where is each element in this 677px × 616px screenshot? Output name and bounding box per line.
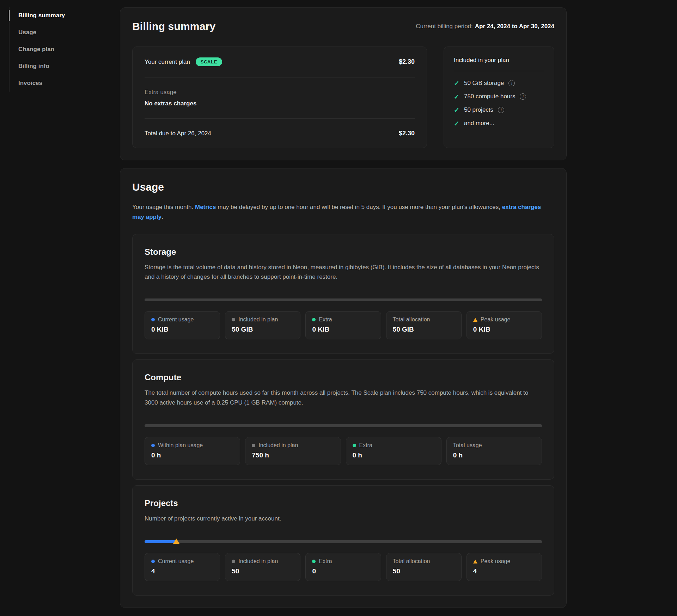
compute-section: Compute The total number of compute hour… xyxy=(132,359,554,479)
billing-summary-header: Billing summary Current billing period:A… xyxy=(132,20,554,32)
billing-sidebar: Billing summary Usage Change plan Billin… xyxy=(9,7,97,92)
check-icon: ✓ xyxy=(454,107,459,113)
peak-marker-icon xyxy=(173,538,179,544)
total-due-row: Total due to Apr 26, 2024 $2.30 xyxy=(145,130,415,137)
storage-heading: Storage xyxy=(145,247,542,257)
stat-value: 0 xyxy=(312,567,374,575)
metrics-link[interactable]: Metrics xyxy=(195,204,216,210)
stat-label: Included in plan xyxy=(238,558,278,565)
stat-label: Extra xyxy=(319,558,332,565)
included-in-plan-panel: Included in your plan ✓ 50 GiB storage ✓… xyxy=(444,47,554,148)
stat-label: Included in plan xyxy=(258,442,298,449)
stat-card-included-in-plan: Included in plan 750 h xyxy=(245,437,341,465)
billing-page: Billing summary Usage Change plan Billin… xyxy=(0,0,677,616)
usage-intro-text: Your usage this month. xyxy=(132,204,195,210)
stat-label: Extra xyxy=(319,316,332,323)
extra-usage-value: No extras charges xyxy=(145,100,415,107)
usage-intro: Your usage this month. Metrics may be de… xyxy=(132,202,554,222)
usage-intro-text: . xyxy=(161,214,163,220)
extra-usage-block: Extra usage No extras charges xyxy=(145,89,415,107)
stat-card-included-in-plan: Included in plan 50 xyxy=(225,553,300,581)
stat-card-total-allocation: Total allocation 50 xyxy=(386,553,462,581)
stat-label: Current usage xyxy=(158,558,194,565)
stat-value: 4 xyxy=(473,567,535,575)
check-icon: ✓ xyxy=(454,93,459,100)
blue-dot-icon xyxy=(151,560,155,563)
included-item-label: 50 projects xyxy=(464,106,493,113)
compute-description: The total number of compute hours used s… xyxy=(145,388,542,407)
storage-section: Storage Storage is the total volume of d… xyxy=(132,234,554,354)
projects-progress-bar xyxy=(145,540,542,543)
info-icon[interactable] xyxy=(498,107,504,113)
stat-card-extra: Extra 0 xyxy=(305,553,381,581)
stat-value: 750 h xyxy=(252,451,334,459)
total-due-value: $2.30 xyxy=(399,130,415,137)
stat-card-extra: Extra 0 KiB xyxy=(305,311,381,339)
included-item-label: 750 compute hours xyxy=(464,93,516,100)
info-icon[interactable] xyxy=(508,80,515,86)
billing-summary-title: Billing summary xyxy=(132,20,215,32)
projects-progress-fill xyxy=(145,540,176,543)
plan-divider-2 xyxy=(145,118,415,119)
stat-card-current-usage: Current usage 0 KiB xyxy=(145,311,220,339)
sidebar-item-usage[interactable]: Usage xyxy=(10,24,97,41)
billing-summary-body: Your current plan SCALE $2.30 Extra usag… xyxy=(132,47,554,148)
stat-label: Extra xyxy=(359,442,372,449)
stat-card-total-allocation: Total allocation 50 GiB xyxy=(386,311,462,339)
stat-value: 0 KiB xyxy=(312,326,374,333)
stat-label: Total allocation xyxy=(393,316,430,323)
stat-card-within-plan-usage: Within plan usage 0 h xyxy=(145,437,240,465)
info-icon[interactable] xyxy=(520,93,526,100)
check-icon: ✓ xyxy=(454,120,459,127)
usage-card: Usage Your usage this month. Metrics may… xyxy=(120,168,567,608)
stat-value: 4 xyxy=(151,567,213,575)
stat-value: 50 xyxy=(232,567,294,575)
projects-section: Projects Number of projects currently ac… xyxy=(132,485,554,596)
total-due-label: Total due to Apr 26, 2024 xyxy=(145,130,211,137)
green-dot-icon xyxy=(312,560,316,563)
stat-value: 50 GiB xyxy=(393,326,455,333)
stat-value: 50 xyxy=(393,567,455,575)
stat-label: Peak usage xyxy=(481,558,511,565)
included-item-compute: ✓ 750 compute hours xyxy=(454,92,544,101)
stat-card-peak-usage: Peak usage 0 KiB xyxy=(466,311,542,339)
included-item-label: 50 GiB storage xyxy=(464,80,504,87)
included-item-more: ✓ and more... xyxy=(454,119,544,128)
sidebar-item-invoices[interactable]: Invoices xyxy=(10,75,97,92)
stat-card-current-usage: Current usage 4 xyxy=(145,553,220,581)
extra-usage-label: Extra usage xyxy=(145,89,415,96)
included-divider xyxy=(454,71,544,71)
included-item-label: and more... xyxy=(464,120,494,127)
plan-divider-1 xyxy=(145,78,415,78)
blue-dot-icon xyxy=(151,318,155,321)
current-plan-panel: Your current plan SCALE $2.30 Extra usag… xyxy=(132,47,427,148)
current-plan-row: Your current plan SCALE $2.30 xyxy=(145,57,415,66)
sidebar-nav-list: Billing summary Usage Change plan Billin… xyxy=(9,7,97,92)
green-dot-icon xyxy=(312,318,316,321)
billing-summary-card: Billing summary Current billing period:A… xyxy=(120,7,567,160)
billing-period: Current billing period:Apr 24, 2024 to A… xyxy=(416,23,554,30)
sidebar-item-billing-info[interactable]: Billing info xyxy=(10,58,97,75)
stat-label: Total usage xyxy=(453,442,482,449)
storage-description: Storage is the total volume of data and … xyxy=(145,263,542,282)
compute-progress-bar xyxy=(145,424,542,427)
stat-value: 0 KiB xyxy=(473,326,535,333)
projects-stats-row: Current usage 4 Included in plan 50 Extr… xyxy=(145,553,542,581)
projects-description: Number of projects currently active in y… xyxy=(145,514,542,523)
blue-dot-icon xyxy=(151,444,155,447)
stat-value: 50 GiB xyxy=(232,326,294,333)
stat-card-extra: Extra 0 h xyxy=(346,437,441,465)
stat-card-included-in-plan: Included in plan 50 GiB xyxy=(225,311,300,339)
gray-dot-icon xyxy=(252,444,255,447)
current-plan-label: Your current plan xyxy=(145,58,190,66)
stat-value: 0 KiB xyxy=(151,326,213,333)
sidebar-item-billing-summary[interactable]: Billing summary xyxy=(10,7,97,24)
usage-title: Usage xyxy=(132,181,554,193)
storage-stats-row: Current usage 0 KiB Included in plan 50 … xyxy=(145,311,542,339)
gray-dot-icon xyxy=(232,560,235,563)
stat-card-total-usage: Total usage 0 h xyxy=(446,437,542,465)
compute-stats-row: Within plan usage 0 h Included in plan 7… xyxy=(145,437,542,465)
sidebar-item-change-plan[interactable]: Change plan xyxy=(10,41,97,58)
orange-triangle-icon xyxy=(473,318,477,322)
stat-label: Peak usage xyxy=(481,316,511,323)
